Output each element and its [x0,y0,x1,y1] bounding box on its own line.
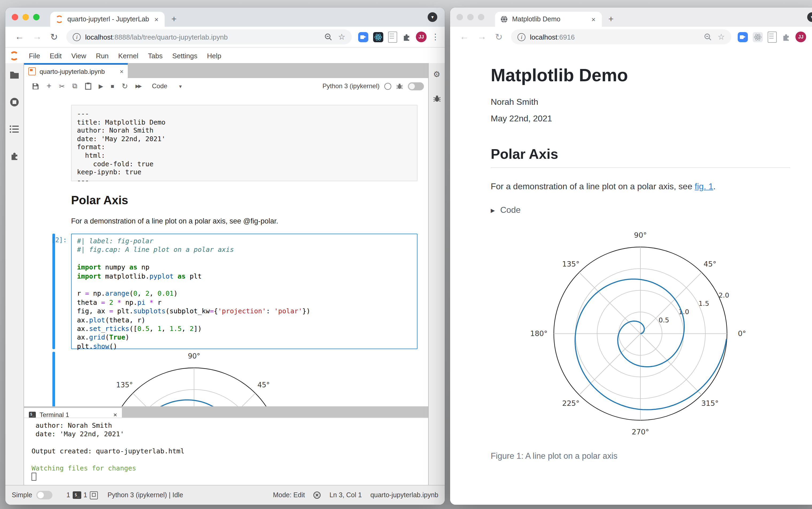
terminal-badge-icon[interactable]: $_ [73,491,81,499]
restart-kernel-icon[interactable]: ↻ [121,82,128,90]
paste-cells-icon[interactable] [85,82,91,90]
browser-menu-icon[interactable]: ⋮ [811,32,812,42]
menu-tabs[interactable]: Tabs [143,52,168,60]
new-tab-button[interactable]: + [608,14,614,25]
menu-settings[interactable]: Settings [167,52,202,60]
globe-favicon [500,15,508,23]
reload-icon[interactable]: ↻ [495,31,503,42]
menu-run[interactable]: Run [91,52,114,60]
svg-text:270°: 270° [632,428,649,436]
tab-search-chevron-icon[interactable]: ▾ [428,12,437,22]
kernel-status-text[interactable]: Python 3 (ipykernel) | Idle [107,491,183,499]
back-icon[interactable]: ← [460,32,469,42]
reload-icon[interactable]: ↻ [50,31,58,42]
toolbar-toggle[interactable] [408,82,424,90]
input-collapser[interactable] [52,234,55,349]
yaml-raw-cell[interactable]: --- title: Matplotlib Demo author: Norah… [71,105,418,181]
code-fold-toggle[interactable]: ▶ Code [491,205,812,215]
tab-title: quarto-jupyterl - JupyterLab [67,15,149,23]
address-bar[interactable]: i localhost:6916 ☆ [511,29,732,44]
extensions-area: JJ ⋮ [738,31,812,42]
stop-kernel-icon[interactable]: ■ [111,83,114,89]
zoom-out-icon[interactable] [324,33,332,41]
kernel-chip-icon[interactable] [90,491,98,499]
zoom-out-icon[interactable] [704,33,711,41]
react-devtools-icon[interactable] [753,32,763,42]
back-icon[interactable]: ← [15,32,24,42]
svg-text:315°: 315° [701,399,719,407]
code-cell[interactable]: #| label: fig-polar#| fig.cap: A line pl… [71,234,418,349]
zoom-extension-icon[interactable] [738,32,748,42]
minimize-window-button[interactable] [23,14,29,20]
kernel-name[interactable]: Python 3 (ipykernel) [323,82,380,90]
running-sessions-icon[interactable] [10,97,19,107]
info-icon[interactable]: i [518,33,526,41]
puzzle-extension-icon[interactable] [402,32,411,41]
minimize-window-button[interactable] [467,14,473,20]
menu-view[interactable]: View [67,52,91,60]
copy-cells-icon[interactable]: ⧉ [72,82,77,90]
profile-avatar[interactable]: JJ [416,32,427,42]
profile-avatar[interactable]: JJ [796,32,806,42]
markdown-heading: Polar Axis [71,194,418,207]
tab-close-icon[interactable]: × [153,15,160,23]
debugger-bug-icon[interactable] [433,94,441,103]
property-inspector-gears-icon[interactable]: ⚙ [433,69,440,79]
document-extension-icon[interactable] [388,31,397,42]
add-cell-icon[interactable]: + [46,81,51,91]
cell-type-value: Code [152,82,167,90]
cursor-position[interactable]: Ln 3, Col 1 [329,491,362,499]
mode-indicator[interactable]: Mode: Edit [273,491,305,499]
restart-run-all-icon[interactable]: ▶▶ [136,83,141,89]
info-icon[interactable]: i [73,33,81,41]
zoom-window-button[interactable] [478,14,484,20]
zoom-window-button[interactable] [33,14,40,20]
terminal-tab-close-icon[interactable]: × [113,411,117,418]
tab-close-icon[interactable]: × [591,15,597,23]
save-icon[interactable] [32,82,39,90]
file-browser-icon[interactable] [10,71,19,79]
document-extension-icon[interactable] [768,31,777,42]
debugger-bug-toolbar-icon[interactable] [396,82,403,90]
traffic-lights[interactable] [12,14,40,20]
puzzle-extension-icon[interactable] [781,32,790,41]
menu-kernel[interactable]: Kernel [113,52,143,60]
jupyter-favicon [56,15,63,23]
figure-link[interactable]: fig. 1 [695,182,713,191]
bookmark-star-icon[interactable]: ☆ [338,32,345,42]
close-window-button[interactable] [12,14,18,20]
browser-tab[interactable]: Matplotlib Demo × [495,12,602,27]
forward-icon[interactable]: → [478,32,487,42]
menu-help[interactable]: Help [202,52,226,60]
tab-search-chevron-icon[interactable]: ▾ [807,12,812,22]
forward-icon[interactable]: → [33,32,42,42]
traffic-lights[interactable] [457,14,484,20]
menu-file[interactable]: File [24,52,45,60]
terminal-output[interactable]: author: Norah Smith date: 'May 22nd, 202… [24,417,428,485]
bookmark-star-icon[interactable]: ☆ [718,32,725,42]
close-window-button[interactable] [457,14,463,20]
notebook-scroll-area[interactable]: --- title: Matplotlib Demo author: Norah… [24,94,428,406]
notebook-tab-close-icon[interactable]: × [120,68,123,75]
notebook-tab[interactable]: quarto-jupyterlab.ipynb × [24,63,128,78]
browser-tab[interactable]: quarto-jupyterl - JupyterLab × [50,12,165,27]
terminal-icon: $_ [29,411,36,418]
run-cell-icon[interactable]: ▶ [99,82,103,90]
new-tab-button[interactable]: + [171,14,177,25]
kernel-status-icon[interactable] [384,82,391,90]
url-path: :6916 [557,33,575,41]
table-of-contents-icon[interactable] [10,125,19,133]
output-collapser[interactable] [52,352,55,406]
zoom-extension-icon[interactable] [358,32,368,42]
extension-manager-icon[interactable] [10,151,19,161]
cut-cells-icon[interactable]: ✂ [59,82,65,90]
circle-x-icon[interactable] [314,491,321,499]
svg-text:90°: 90° [188,352,200,360]
menu-edit[interactable]: Edit [45,52,67,60]
react-devtools-icon[interactable] [373,32,383,42]
browser-menu-icon[interactable]: ⋮ [431,32,439,42]
cell-type-dropdown[interactable]: Code ▾ [152,82,182,90]
notebook-file-icon [28,67,36,75]
simple-mode-toggle[interactable] [36,491,52,499]
address-bar[interactable]: i localhost:8888/lab/tree/quarto-jupyter… [67,29,352,44]
